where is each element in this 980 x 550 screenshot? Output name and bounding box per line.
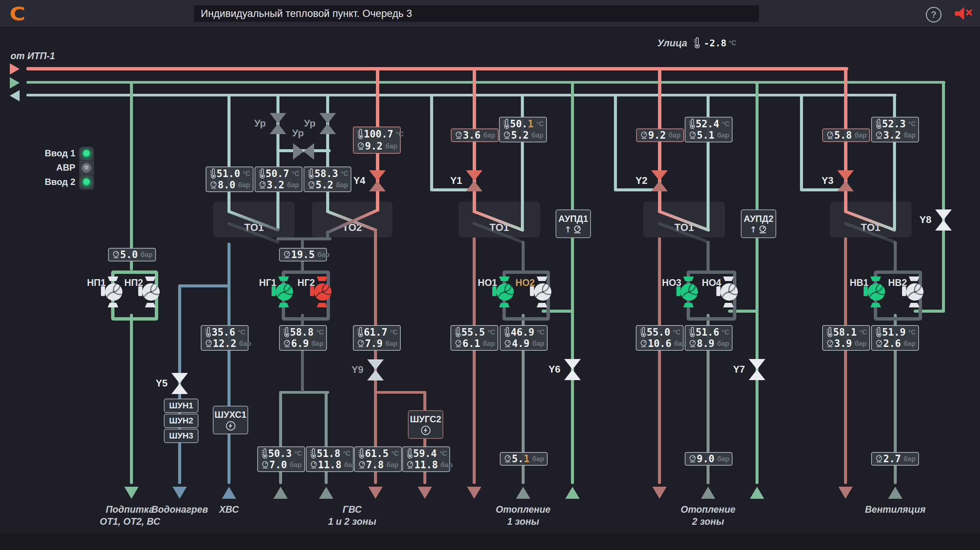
pipe [26,67,848,70]
pipe [658,238,661,484]
flow-arrow-up [888,487,902,499]
thermometer-icon [307,168,315,179]
valve-Y1[interactable] [466,170,482,191]
valve-Y3[interactable] [837,170,854,191]
outside-label: Улица [657,37,687,49]
pipe [26,81,945,84]
sensor-gvs_b4[interactable]: 59.4°C11.8бар [402,446,450,472]
sensor-s1_mid_gvs[interactable]: 61.7°C7.9бар [353,325,401,351]
sensor-s3_mid_ret[interactable]: 55.0°C10.6бар [636,325,684,351]
sensor-value: 7.0 [269,459,287,470]
sensor-s3_return[interactable]: 52.4°C5.1бар [685,117,733,142]
valve-Y5[interactable] [171,373,188,394]
valve-Ур[interactable] [320,113,336,134]
sensor-value: 8.9 [697,338,714,349]
pressure-gauge-icon [358,461,366,469]
panel-ШУН1[interactable]: ШУН1 [164,399,199,413]
panel-АУПД1[interactable]: АУПД1↑ [555,209,591,238]
valve-Y8[interactable] [935,209,952,231]
valve-Ур[interactable] [293,143,314,160]
sensor-unit: бар [852,131,867,139]
panel-ШУН3[interactable]: ШУН3 [164,429,199,443]
flow-arrow-down [467,487,481,499]
pump-label: НВ2 [873,277,907,288]
sensor-gvs_b3[interactable]: 61.5°C7.8бар [354,446,402,472]
consumer-label-hvs: ХВС [169,503,289,515]
sound-muted-icon[interactable] [952,5,975,22]
pressure-gauge-icon [504,455,512,463]
sensor-value: 52.3 [882,118,906,129]
sensor-unit: °C [719,120,730,128]
pressure-gauge-icon [283,250,291,259]
sensor-s3_mid_pump[interactable]: 51.6°C8.9бар [685,325,733,351]
pipe [894,241,897,271]
sensor-unit: °C [289,170,299,178]
bolt-icon [226,421,236,431]
pressure-gauge-icon [310,461,318,469]
sensor-s4_mid_ret[interactable]: 58.1°C3.9бар [822,325,870,351]
sensor-s1_mid_ng[interactable]: 58.8°C6.9бар [279,325,327,351]
source-label: от ИТП-1 [11,51,55,61]
pressure-gauge-icon [503,131,511,139]
sensor-value: 59.4 [413,448,437,459]
flow-arrow-up [319,487,333,499]
sensor-value: 10.6 [648,338,671,349]
panel-АУПД2[interactable]: АУПД2↑ [741,209,776,238]
sensor-s1_t1[interactable]: 51.0°C8.0бар [206,166,253,192]
panel-ШУХС1[interactable]: ШУХС1 [213,406,248,434]
led-on [82,149,91,158]
pipe [374,391,426,394]
sensor-gvs_b1[interactable]: 50.3°C7.0бар [257,446,305,472]
sensor-s1_supply[interactable]: 100.7°C9.2бар [353,127,401,154]
screen-title-field[interactable]: Индивидуальный тепловой пункт. Очередь 3 [194,5,759,22]
sensor-s4_mid_pump[interactable]: 51.9°C2.6бар [871,325,919,351]
sensor-s2_p_out[interactable]: 5.1бар [500,452,547,466]
thermometer-icon [875,119,882,129]
sensor-s1_p_ng[interactable]: 19.5бар [279,248,327,261]
sensor-s3_supply_p[interactable]: 9.2бар [636,128,684,142]
pipe [130,314,133,484]
input-label: Ввод 2 [22,177,75,187]
sensor-s2_return[interactable]: 50.1°C5.2бар [499,117,547,142]
sensor-value: 3.2 [883,129,901,141]
led-indicator[interactable] [80,161,93,174]
pipe [571,82,574,484]
sensor-value: 9.2 [648,129,666,141]
sensor-s4_return[interactable]: 52.3°C3.2бар [871,117,919,142]
brand-logo[interactable]: C [10,3,25,25]
flow-arrow-up [222,487,236,499]
sensor-value: 100.7 [364,128,393,140]
sensor-unit: °C [719,328,730,336]
sensor-s2_mid_pump[interactable]: 46.9°C4.9бар [500,325,547,351]
valve-Y6[interactable] [564,359,581,380]
sensor-unit: бар [529,131,544,139]
sensor-s1_mid_vod[interactable]: 35.6°C12.2бар [201,325,248,351]
valve-Y9[interactable] [367,359,384,381]
valve-Y2[interactable] [651,170,668,191]
sensor-value: 6.9 [291,338,309,349]
sensor-s1_t2[interactable]: 50.7°C3.2бар [255,166,302,192]
sensor-s2_supply_p[interactable]: 3.6бар [451,128,499,142]
sensor-s4_p_out[interactable]: 2.7бар [871,452,919,466]
help-icon[interactable]: ? [926,7,942,22]
panel-ШУГС2[interactable]: ШУГС2 [408,410,443,439]
sensor-s1_p_pod[interactable]: 5.0бар [108,248,156,261]
sensor-unit: °C [535,328,545,336]
led-indicator[interactable] [80,175,93,188]
valve-Y7[interactable] [749,359,765,380]
outside-unit: °C [729,39,736,47]
sensor-unit: °C [314,328,324,336]
thermometer-icon [358,448,365,459]
pressure-gauge-icon [357,340,365,348]
pipe [942,82,945,312]
panel-label: ШУН3 [169,431,193,441]
sensor-s2_mid_ret[interactable]: 55.5°C6.1бар [450,325,498,351]
sensor-gvs_b2[interactable]: 51.8°C11.8бар [306,446,354,472]
sensor-s3_p_out[interactable]: 9.0бар [685,452,733,466]
led-indicator[interactable] [80,147,93,160]
valve-Y4[interactable] [369,170,386,191]
sensor-s4_supply_p[interactable]: 5.8бар [822,128,870,142]
panel-ШУН2[interactable]: ШУН2 [164,414,199,428]
pipe [228,242,231,484]
sensor-value: 2.7 [883,453,901,464]
